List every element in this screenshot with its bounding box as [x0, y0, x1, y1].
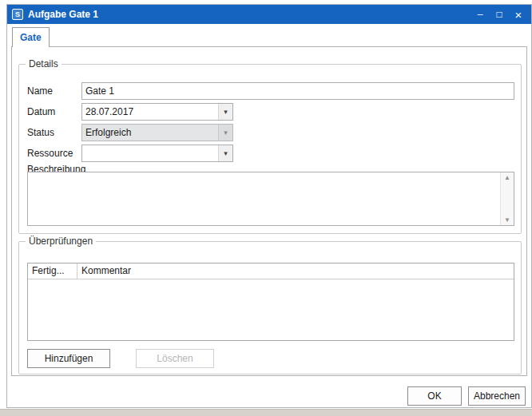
maximize-icon: □ — [496, 10, 502, 19]
ok-button[interactable]: OK — [407, 386, 462, 406]
ressource-label: Ressource — [27, 145, 80, 162]
cancel-button-label: Abbrechen — [474, 390, 520, 402]
add-button[interactable]: Hinzufügen — [27, 349, 110, 368]
beschreibung-field: ▲ ▼ — [27, 172, 514, 226]
dialog-window: S Aufgabe Gate 1 – □ × Gate Details — [6, 4, 532, 408]
ressource-value — [82, 145, 218, 161]
ok-button-label: OK — [427, 390, 441, 402]
textarea-scrollbar[interactable]: ▲ ▼ — [500, 172, 514, 225]
add-button-label: Hinzufügen — [45, 353, 93, 364]
minimize-icon: – — [478, 10, 483, 19]
close-button[interactable]: × — [510, 7, 526, 22]
chevron-down-icon: ▾ — [224, 129, 228, 137]
minimize-button[interactable]: – — [472, 7, 488, 22]
beschreibung-textarea[interactable] — [28, 172, 500, 225]
datum-dropdown-button[interactable]: ▾ — [218, 104, 232, 120]
checks-group: Überprüfungen Fertig... Kommentar Hinzuf… — [18, 241, 522, 374]
scroll-down-icon[interactable]: ▼ — [504, 216, 510, 224]
chevron-down-icon: ▾ — [224, 149, 228, 157]
window-title: Aufgabe Gate 1 — [28, 9, 467, 20]
window-controls: – □ × — [472, 7, 526, 22]
name-label: Name — [27, 82, 80, 100]
tab-gate[interactable]: Gate — [12, 27, 50, 47]
ressource-dropdown-button[interactable]: ▾ — [218, 145, 232, 161]
delete-button-label: Löschen — [157, 353, 193, 364]
status-label: Status — [27, 124, 80, 141]
maximize-button[interactable]: □ — [491, 7, 507, 22]
screen: S Aufgabe Gate 1 – □ × Gate Details — [0, 0, 532, 416]
datum-value: 28.07.2017 — [82, 104, 218, 120]
status-combobox: Erfolgreich ▾ — [81, 124, 233, 141]
details-legend: Details — [26, 58, 62, 69]
close-icon: × — [515, 9, 522, 21]
checks-table: Fertig... Kommentar — [27, 263, 514, 341]
titlebar[interactable]: S Aufgabe Gate 1 – □ × — [7, 5, 531, 24]
column-header-fertig[interactable]: Fertig... — [28, 263, 77, 279]
name-input[interactable] — [81, 82, 514, 100]
checks-table-body — [28, 279, 514, 340]
chevron-down-icon: ▾ — [224, 108, 228, 116]
column-header-kommentar[interactable]: Kommentar — [77, 263, 514, 279]
tab-gate-label: Gate — [20, 32, 42, 43]
tab-panel: Details Name Datum 28.07.2017 ▾ Status E… — [11, 46, 527, 376]
status-value: Erfolgreich — [82, 125, 218, 141]
datum-combobox[interactable]: 28.07.2017 ▾ — [81, 103, 233, 121]
checks-legend: Überprüfungen — [26, 236, 96, 247]
datum-label: Datum — [27, 103, 80, 121]
ressource-combobox[interactable]: ▾ — [81, 145, 233, 162]
app-icon[interactable]: S — [12, 9, 23, 20]
scroll-up-icon[interactable]: ▲ — [504, 174, 510, 181]
details-group: Details Name Datum 28.07.2017 ▾ Status E… — [18, 64, 522, 234]
delete-button: Löschen — [136, 349, 214, 368]
status-dropdown-button: ▾ — [218, 125, 232, 141]
cancel-button[interactable]: Abbrechen — [468, 386, 526, 406]
desktop-strip — [0, 409, 532, 416]
checks-table-header: Fertig... Kommentar — [28, 263, 514, 279]
